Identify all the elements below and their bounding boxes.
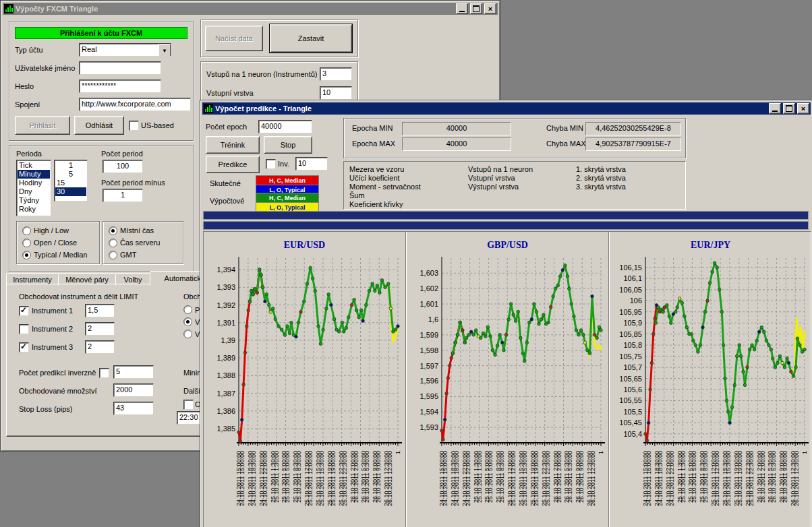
chart-title: GBP/USD [407, 240, 608, 251]
chart-title: EUR/USD [204, 240, 405, 251]
stop-train-button[interactable]: Stop [264, 136, 312, 154]
minimize-icon[interactable] [456, 3, 468, 14]
predict-button[interactable]: Predikce [206, 156, 260, 173]
svg-text:25.10.2011 15:30:00: 25.10.2011 15:30:00 [318, 451, 325, 506]
load-data-button[interactable]: Načíst data [205, 26, 263, 51]
account-type-label: Typ účtu [15, 46, 43, 54]
instrument3-checkbox[interactable] [19, 342, 29, 352]
svg-text:25.10.2011 19:00:00: 25.10.2011 19:00:00 [533, 451, 540, 506]
typical-median-radio[interactable] [22, 251, 31, 259]
stoploss-field[interactable]: 43 [113, 402, 154, 415]
err-max-value: 4,90253787790915E-7 [585, 137, 681, 151]
list-item[interactable]: Roky [18, 205, 50, 214]
main-titlebar[interactable]: Výpočty FXCM Triangle × [3, 3, 498, 15]
data-controls-groupbox: Načíst data Zastavit [200, 20, 358, 57]
high-low-radio[interactable] [22, 226, 31, 235]
chart-eurjpy: EUR/JPY 106,15106,1106,05106105,95105,91… [610, 232, 811, 527]
amount-field[interactable]: 2000 [113, 383, 154, 397]
epoch-count-field[interactable]: 40000 [258, 120, 312, 133]
list-item[interactable]: 30 [55, 187, 86, 196]
epoch-count-label: Počet epoch [206, 123, 247, 131]
input-layer-label: Vstupní vrstva [206, 89, 254, 97]
list-item[interactable]: Tick [18, 161, 50, 170]
trade-right-radio3[interactable] [183, 330, 192, 338]
maximize-icon[interactable] [470, 3, 482, 14]
svg-text:26.10.2011 9:00:00: 26.10.2011 9:00:00 [375, 451, 382, 503]
svg-text:1,392: 1,392 [216, 301, 235, 309]
prediction-window: Výpočet predikce - Triangle × Počet epoc… [200, 100, 812, 527]
login-header: Přihlášení k účtu FXCM [15, 27, 187, 39]
svg-text:1,385: 1,385 [216, 425, 235, 433]
instrument2-checkbox[interactable] [19, 324, 29, 334]
local-time-radio[interactable] [109, 226, 117, 235]
svg-text:25.10.2011 8:30:00: 25.10.2011 8:30:00 [702, 451, 709, 503]
minimize-icon[interactable] [769, 103, 781, 114]
svg-text:25.10.2011 22:30:00: 25.10.2011 22:30:00 [544, 451, 551, 506]
list-item[interactable]: Minuty [18, 170, 50, 179]
param-noise-label: Šum [349, 191, 365, 199]
open-close-radio[interactable] [22, 239, 31, 247]
svg-text:1,601: 1,601 [419, 300, 438, 308]
svg-text:1,6: 1,6 [428, 315, 438, 323]
svg-text:1: 1 [598, 451, 604, 454]
period-interval-listbox[interactable]: 1 5 15 30 [54, 160, 88, 202]
svg-text:1,386: 1,386 [216, 407, 235, 415]
inv-label: Inv. [278, 160, 289, 168]
inputs-per-neuron-field[interactable]: 3 [320, 67, 352, 81]
pred-inverse-checkbox[interactable] [99, 368, 109, 378]
period-count-minus-field[interactable]: 1 [103, 189, 143, 202]
period-count-field[interactable]: 100 [103, 160, 143, 173]
trade-right-radio2[interactable] [183, 317, 192, 326]
inv-field[interactable]: 10 [295, 157, 328, 170]
us-based-checkbox[interactable] [129, 121, 139, 131]
input-layer-field[interactable]: 10 [320, 86, 352, 100]
chevron-down-icon[interactable]: ▼ [158, 44, 171, 57]
svg-text:25.10.2011 19:00:00: 25.10.2011 19:00:00 [736, 451, 743, 506]
param-inputlayer-label: Vstupní vrstva [468, 174, 515, 182]
typical-median-label: Typical / Median [34, 251, 87, 259]
server-time-radio[interactable] [109, 239, 117, 247]
svg-text:106,15: 106,15 [619, 264, 642, 272]
logout-button[interactable]: Odhlásit [74, 116, 124, 135]
train-button[interactable]: Trénink [206, 136, 260, 154]
param-hidden2-label: 2. skrytá vrstva [576, 174, 626, 182]
instrument3-field[interactable]: 2 [85, 340, 115, 354]
pred-inverse-field[interactable]: 5 [113, 365, 154, 379]
instrument1-checkbox[interactable] [19, 306, 29, 316]
period-type-listbox[interactable]: Tick Minuty Hodiny Dny Týdny Roky [16, 160, 51, 216]
inv-checkbox[interactable] [266, 159, 276, 169]
svg-text:1,594: 1,594 [419, 408, 438, 416]
svg-text:1,39: 1,39 [221, 336, 235, 344]
gmt-radio[interactable] [109, 251, 117, 259]
list-item[interactable]: 1 [55, 161, 86, 170]
connection-field[interactable]: http://www.fxcorporate.com [79, 98, 191, 111]
close-icon[interactable]: × [797, 103, 809, 114]
prediction-titlebar[interactable]: Výpočet predikce - Triangle × [202, 102, 811, 115]
trade-right-checkbox[interactable] [183, 400, 194, 410]
svg-text:25.10.2011 15:30:00: 25.10.2011 15:30:00 [725, 451, 732, 506]
svg-text:105,75: 105,75 [619, 352, 642, 361]
instrument2-field[interactable]: 2 [85, 322, 115, 336]
chart-title: EUR/JPY [610, 240, 811, 251]
trade-right-radio1[interactable] [183, 305, 192, 314]
list-item[interactable]: 15 [55, 179, 86, 187]
inputs-per-neuron-label: Vstupů na 1 neuron (Instrumentů) [206, 70, 317, 78]
account-type-select[interactable]: Real ▼ [79, 43, 171, 57]
param-inputs-label: Vstupů na 1 neuron [468, 165, 533, 173]
svg-text:26.10.2011 12:30:00: 26.10.2011 12:30:00 [589, 451, 596, 506]
login-button[interactable]: Přihlásit [15, 116, 70, 135]
eurjpy-plot: 106,15106,1106,05106105,95105,9105,85105… [610, 232, 811, 527]
list-item[interactable]: Týdny [18, 196, 50, 205]
stop-loading-button[interactable]: Zastavit [270, 24, 352, 53]
list-item[interactable]: 5 [55, 170, 86, 179]
password-field[interactable]: ************ [79, 80, 161, 93]
username-field[interactable] [79, 61, 161, 75]
maximize-icon[interactable] [783, 103, 795, 114]
list-item[interactable]: Dny [18, 187, 50, 196]
close-icon[interactable]: × [484, 3, 496, 14]
instrument1-field[interactable]: 1,5 [85, 304, 115, 317]
stats-groupbox: Epocha MIN 40000 Chyba MIN 4,46252030255… [343, 118, 686, 158]
svg-text:105,5: 105,5 [623, 408, 642, 416]
list-item[interactable]: Hodiny [18, 179, 50, 187]
svg-text:25.10.2011 5:00:00: 25.10.2011 5:00:00 [487, 451, 494, 503]
